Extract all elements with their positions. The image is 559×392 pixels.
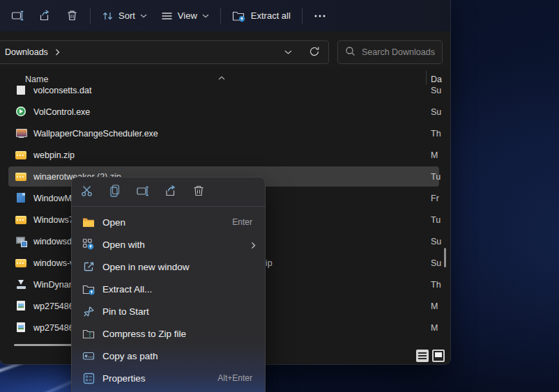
- menu-item-shortcut: Alt+Enter: [217, 373, 252, 383]
- menu-item-label: Copy as path: [102, 351, 255, 361]
- thumbnails-view-button[interactable]: [432, 350, 445, 362]
- open-with-icon: [80, 238, 97, 251]
- file-icon: [15, 300, 27, 312]
- date-column-header[interactable]: Da: [431, 75, 442, 84]
- vertical-scrollbar-thumb[interactable]: [444, 248, 446, 267]
- menu-item-label: Open in new window: [102, 262, 255, 272]
- menu-item-extract-all[interactable]: Extract All...: [72, 278, 265, 300]
- copy-icon: [109, 184, 121, 201]
- file-date: Su: [431, 237, 441, 246]
- file-name: volconsetts.dat: [33, 86, 91, 95]
- copy-button[interactable]: [101, 180, 129, 204]
- file-date: Tu: [431, 172, 441, 182]
- file-date: Th: [431, 129, 441, 139]
- file-date: Fr: [431, 194, 439, 203]
- address-dropdown-chevron-icon[interactable]: [284, 47, 292, 57]
- file-name: VolControl.exe: [33, 107, 90, 117]
- share-button[interactable]: [31, 5, 59, 27]
- share-icon: [38, 9, 52, 22]
- file-date: Th: [431, 280, 441, 290]
- search-box[interactable]: [337, 40, 443, 64]
- rename-icon: [11, 9, 24, 22]
- extract-all-label: Extract all: [251, 10, 291, 21]
- file-icon: [15, 192, 27, 204]
- view-button[interactable]: View: [154, 5, 216, 27]
- rename-button[interactable]: [4, 5, 31, 27]
- chevron-down-icon: [202, 14, 209, 18]
- file-date: Su: [431, 258, 441, 268]
- file-icon: [15, 322, 27, 334]
- file-icon: [15, 235, 27, 247]
- name-column-header[interactable]: Name: [25, 75, 48, 84]
- file-icon: [15, 214, 27, 226]
- horizontal-scrollbar-thumb[interactable]: [14, 344, 72, 346]
- file-date: Su: [431, 86, 441, 95]
- sort-ascending-caret-icon: [218, 70, 225, 83]
- pin-icon: [80, 306, 97, 317]
- rename-button[interactable]: [129, 180, 157, 204]
- zip-folder-icon: [80, 329, 97, 339]
- file-name: WallpaperChangeScheduler.exe: [33, 129, 158, 139]
- search-input[interactable]: [362, 47, 438, 57]
- address-bar[interactable]: Downloads: [0, 40, 329, 64]
- sort-icon: [102, 10, 114, 22]
- details-view-button[interactable]: [416, 350, 429, 362]
- context-menu-items: Open Enter Open with Open in new window …: [72, 207, 265, 389]
- more-options-button[interactable]: [307, 5, 333, 27]
- file-icon: [15, 86, 27, 96]
- menu-item-open[interactable]: Open Enter: [72, 211, 265, 233]
- delete-button[interactable]: [59, 5, 86, 27]
- file-date: M: [431, 301, 438, 311]
- search-icon: [345, 46, 355, 59]
- copy-path-icon: [80, 350, 97, 361]
- menu-item-open-with[interactable]: Open with: [72, 233, 265, 256]
- share-button[interactable]: [157, 180, 185, 204]
- file-icon: [15, 149, 27, 161]
- menu-item-label: Properties: [102, 373, 217, 384]
- column-header-row: Name Da: [0, 68, 450, 86]
- menu-item-label: Pin to Start: [102, 306, 255, 317]
- menu-item-open-in-new-window[interactable]: Open in new window: [72, 256, 265, 278]
- menu-item-properties[interactable]: Properties Alt+Enter: [72, 367, 265, 389]
- toolbar-separator: [302, 8, 303, 24]
- delete-button[interactable]: [185, 180, 213, 204]
- toolbar-separator: [90, 8, 91, 24]
- menu-item-label: Extract All...: [102, 284, 255, 295]
- context-menu: Open Enter Open with Open in new window …: [72, 178, 265, 392]
- rename-icon: [136, 184, 150, 201]
- refresh-icon[interactable]: [309, 46, 320, 59]
- file-icon: [15, 257, 27, 269]
- file-icon: [15, 279, 27, 290]
- menu-item-label: Open with: [102, 240, 255, 250]
- column-separator[interactable]: [426, 71, 427, 85]
- file-date: Su: [431, 107, 441, 117]
- menu-item-label: Open: [102, 217, 232, 228]
- file-row[interactable]: webpin.zip M: [0, 144, 450, 166]
- menu-item-shortcut: Enter: [232, 217, 252, 227]
- menu-item-label: Compress to Zip file: [102, 329, 255, 339]
- command-toolbar: Sort View Extract all: [0, 0, 450, 31]
- breadcrumb[interactable]: Downloads: [5, 47, 48, 57]
- extract-all-button[interactable]: Extract all: [225, 5, 298, 27]
- file-row[interactable]: WallpaperChangeScheduler.exe Th: [0, 123, 450, 144]
- file-date: M: [431, 323, 438, 333]
- delete-icon: [66, 9, 79, 22]
- menu-item-pin-to-start[interactable]: Pin to Start: [72, 300, 265, 322]
- extract-icon: [80, 283, 97, 295]
- chevron-down-icon: [140, 14, 147, 18]
- file-icon: [15, 127, 27, 139]
- cut-icon: [80, 184, 94, 201]
- cut-button[interactable]: [73, 180, 101, 204]
- menu-item-copy-as-path[interactable]: Copy as path: [72, 345, 265, 367]
- file-date: M: [431, 150, 438, 160]
- delete-icon: [192, 184, 206, 201]
- file-row[interactable]: volconsetts.dat Su: [0, 86, 450, 101]
- menu-item-compress-to-zip[interactable]: Compress to Zip file: [72, 322, 265, 345]
- file-row[interactable]: VolControl.exe Su: [0, 101, 450, 123]
- file-date: Tu: [431, 215, 441, 225]
- folder-icon: [80, 217, 97, 228]
- sort-button[interactable]: Sort: [95, 5, 154, 27]
- breadcrumb-chevron-icon[interactable]: [55, 49, 60, 56]
- file-name: windowsde: [33, 237, 77, 246]
- file-name: webpin.zip: [33, 150, 75, 160]
